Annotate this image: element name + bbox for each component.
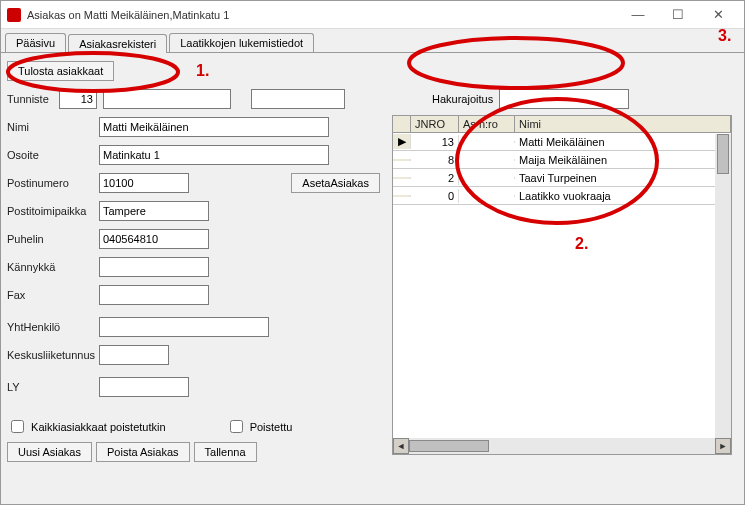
form-panel: Tulosta asiakkaat Tunniste Nimi Osoite P… <box>1 53 386 504</box>
row-selector-icon[interactable] <box>393 159 411 161</box>
postinumero-input[interactable] <box>99 173 189 193</box>
nimi-input[interactable] <box>99 117 329 137</box>
vertical-scrollbar[interactable] <box>715 134 731 438</box>
horizontal-scroll-thumb[interactable] <box>409 440 489 452</box>
tunniste-input[interactable] <box>59 89 97 109</box>
list-panel: Hakurajoitus JNRO As n:ro Nimi ▶13Matti … <box>386 53 744 504</box>
tab-asiakasrekisteri[interactable]: Asiakasrekisteri <box>68 34 167 53</box>
maximize-button[interactable]: ☐ <box>658 3 698 27</box>
grid-body: ▶13Matti Meikäläinen8Maija Meikäläinen2T… <box>393 133 731 205</box>
kannykka-label: Kännykkä <box>7 261 99 273</box>
poistettu-checkbox[interactable]: Poistettu <box>226 415 293 434</box>
vertical-scroll-thumb[interactable] <box>717 134 729 174</box>
scroll-right-icon[interactable]: ► <box>715 438 731 454</box>
horizontal-scrollbar[interactable]: ◄ ► <box>393 438 731 454</box>
body-area: Tulosta asiakkaat Tunniste Nimi Osoite P… <box>1 53 744 504</box>
table-row[interactable]: 8Maija Meikäläinen <box>393 151 731 169</box>
print-customers-button[interactable]: Tulosta asiakkaat <box>7 61 114 81</box>
cell-jnro: 0 <box>411 189 459 203</box>
cell-jnro: 13 <box>411 135 459 149</box>
fax-input[interactable] <box>99 285 209 305</box>
tab-paasivu[interactable]: Pääsivu <box>5 33 66 52</box>
puhelin-input[interactable] <box>99 229 209 249</box>
tab-laatikkojen[interactable]: Laatikkojen lukemistiedot <box>169 33 314 52</box>
cell-jnro: 2 <box>411 171 459 185</box>
osoite-label: Osoite <box>7 149 99 161</box>
tunniste-label: Tunniste <box>7 93 59 105</box>
keskusliiketunnus-label: Keskusliiketunnus <box>7 349 99 361</box>
cell-asnro <box>459 159 515 161</box>
keskusliiketunnus-input[interactable] <box>99 345 169 365</box>
cell-asnro <box>459 177 515 179</box>
tunniste-extra2-input[interactable] <box>251 89 345 109</box>
cell-asnro <box>459 195 515 197</box>
cell-nimi: Maija Meikäläinen <box>515 153 731 167</box>
puhelin-label: Puhelin <box>7 233 99 245</box>
poistettu-label: Poistettu <box>250 421 293 433</box>
ly-label: LY <box>7 381 99 393</box>
postitoimipaikka-label: Postitoimipaikka <box>7 205 99 217</box>
search-label: Hakurajoitus <box>432 93 493 105</box>
titlebar: Asiakas on Matti Meikäläinen,Matinkatu 1… <box>1 1 744 29</box>
poistettu-checkbox-input[interactable] <box>230 420 243 433</box>
row-selector-icon[interactable]: ▶ <box>393 134 411 149</box>
poistettukin-checkbox[interactable]: Kaikkiasiakkaat poistetutkin <box>7 415 166 434</box>
aseta-asiakas-button[interactable]: AsetaAsiakas <box>291 173 380 193</box>
nimi-label: Nimi <box>7 121 99 133</box>
horizontal-scroll-track[interactable] <box>409 438 715 454</box>
osoite-input[interactable] <box>99 145 329 165</box>
poistettukin-checkbox-input[interactable] <box>11 420 24 433</box>
tunniste-extra1-input[interactable] <box>103 89 231 109</box>
row-selector-icon[interactable] <box>393 195 411 197</box>
grid-header-asnro[interactable]: As n:ro <box>459 116 515 132</box>
scroll-left-icon[interactable]: ◄ <box>393 438 409 454</box>
cell-nimi: Matti Meikäläinen <box>515 135 731 149</box>
poistettukin-label: Kaikkiasiakkaat poistetutkin <box>31 421 166 433</box>
app-icon <box>7 8 21 22</box>
fax-label: Fax <box>7 289 99 301</box>
customer-grid[interactable]: JNRO As n:ro Nimi ▶13Matti Meikäläinen8M… <box>392 115 732 455</box>
yhthenkilo-label: YhtHenkilö <box>7 321 99 333</box>
table-row[interactable]: 2Taavi Turpeinen <box>393 169 731 187</box>
minimize-button[interactable]: — <box>618 3 658 27</box>
grid-header: JNRO As n:ro Nimi <box>393 116 731 133</box>
row-selector-icon[interactable] <box>393 177 411 179</box>
search-input[interactable] <box>499 89 629 109</box>
ly-input[interactable] <box>99 377 189 397</box>
grid-header-nimi[interactable]: Nimi <box>515 116 731 132</box>
table-row[interactable]: 0Laatikko vuokraaja <box>393 187 731 205</box>
cell-nimi: Taavi Turpeinen <box>515 171 731 185</box>
cell-asnro <box>459 141 515 143</box>
cell-jnro: 8 <box>411 153 459 167</box>
close-button[interactable]: ✕ <box>698 3 738 27</box>
tallenna-button[interactable]: Tallenna <box>194 442 257 462</box>
postitoimipaikka-input[interactable] <box>99 201 209 221</box>
window-buttons: — ☐ ✕ <box>618 3 738 27</box>
tab-bar: Pääsivu Asiakasrekisteri Laatikkojen luk… <box>1 29 744 53</box>
table-row[interactable]: ▶13Matti Meikäläinen <box>393 133 731 151</box>
poista-asiakas-button[interactable]: Poista Asiakas <box>96 442 190 462</box>
cell-nimi: Laatikko vuokraaja <box>515 189 731 203</box>
window-title: Asiakas on Matti Meikäläinen,Matinkatu 1 <box>27 9 618 21</box>
yhthenkilo-input[interactable] <box>99 317 269 337</box>
kannykka-input[interactable] <box>99 257 209 277</box>
postinumero-label: Postinumero <box>7 177 99 189</box>
app-window: Asiakas on Matti Meikäläinen,Matinkatu 1… <box>0 0 745 505</box>
uusi-asiakas-button[interactable]: Uusi Asiakas <box>7 442 92 462</box>
grid-header-jnro[interactable]: JNRO <box>411 116 459 132</box>
grid-header-rowsel <box>393 116 411 132</box>
